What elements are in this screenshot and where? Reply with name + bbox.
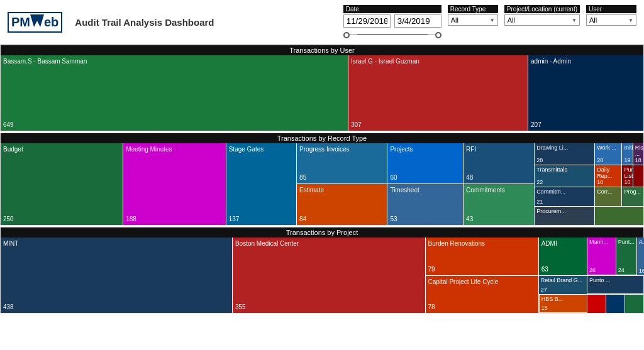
user-label: User	[586, 5, 636, 13]
chevron-down-icon: ▼	[572, 18, 577, 23]
project-capital-label: Capital Project Life Cycle	[428, 278, 536, 285]
project-admi-block[interactable]: ADMI 63	[539, 238, 587, 275]
record-corr-block[interactable]: Corr...	[594, 187, 621, 206]
filters-container: Date Record Type All ▼ Project/Lo	[343, 5, 636, 39]
project-retail-label: Retail Brand G...	[541, 277, 585, 283]
page-title: Audit Trail Analysis Dashboard	[75, 17, 214, 28]
record-corr-label: Corr...	[597, 189, 619, 195]
user-select[interactable]: All ▼	[586, 14, 636, 26]
record-punchlists-label: Punch Lists	[624, 167, 630, 179]
record-timesheet-value: 53	[390, 216, 397, 222]
project-capital-block[interactable]: Capital Project Life Cycle 78	[426, 276, 539, 313]
slider-fill	[357, 34, 428, 35]
project-hbs-block[interactable]: HBS B... 15	[539, 295, 587, 314]
record-transmittals-block[interactable]: Transmittals 22	[535, 165, 594, 187]
project-block-green[interactable]	[625, 295, 643, 313]
transactions-by-record-section: Transactions by Record Type Budget 250 M…	[0, 133, 644, 226]
user-treemap: Bassam.S - Bassam Samman 649 Israel.G - …	[1, 55, 643, 131]
project-punto-label: Punto ...	[589, 277, 641, 283]
project-far-top: Manh... 26 Punt... 24 A... 16	[587, 238, 644, 275]
record-drawing-label: Drawing Li...	[536, 145, 592, 151]
record-meeting-label: Meeting Minutes	[126, 146, 223, 153]
project-mint-block[interactable]: MINT 438	[1, 238, 232, 313]
record-middle-col: Progress Invoices 85 Projects 60 RFI 48 …	[296, 143, 534, 225]
project-label: Project/Location (current)	[504, 5, 580, 13]
logo: PM eb	[8, 12, 62, 33]
project-boston-block[interactable]: Boston Medical Center 355	[232, 238, 425, 313]
project-capital-value: 78	[428, 304, 435, 310]
user-israel-block[interactable]: Israel.G - Israel Guzman 307	[348, 55, 528, 131]
logo-pm: PM	[11, 15, 30, 30]
project-punt-block[interactable]: Punt... 24	[616, 238, 636, 275]
record-initiative-value: 19	[624, 157, 630, 163]
record-dailyrep-value: 10	[597, 179, 619, 185]
record-risk-block[interactable]: Risk ... 18	[633, 143, 643, 165]
project-bot-mid: Retail Brand G... 27 HBS B... 15	[539, 276, 587, 313]
date-end-input[interactable]	[394, 14, 441, 28]
slider-line	[348, 34, 436, 35]
user-bassam-block[interactable]: Bassam.S - Bassam Samman 649	[1, 55, 348, 131]
project-a-block[interactable]: A... 16	[636, 238, 644, 275]
record-dailyrep-block[interactable]: Daily Rep... 10	[594, 165, 621, 187]
project-burden-label: Burden Renovations	[428, 240, 536, 247]
record-punchlists2-block[interactable]	[633, 165, 643, 187]
record-punchlists-value: 10	[624, 179, 630, 185]
date-start-input[interactable]	[343, 14, 391, 28]
record-procur-block[interactable]: Procurem...	[535, 207, 594, 226]
record-work-block[interactable]: Work ... 20	[594, 143, 621, 165]
record-timesheet-label: Timesheet	[390, 187, 460, 194]
record-projects-block[interactable]: Projects 60	[387, 143, 463, 184]
record-rfi-block[interactable]: RFI 48	[463, 143, 534, 184]
slider-handle-left[interactable]	[343, 32, 350, 38]
user-section-header: Transactions by User	[1, 45, 643, 55]
user-bassam-value: 649	[3, 121, 14, 128]
record-type-select[interactable]: All ▼	[448, 14, 498, 26]
record-progress-block[interactable]: Progress Invoices 85	[297, 143, 387, 184]
record-type-value: All	[451, 16, 458, 24]
record-punchlists-block[interactable]: Punch Lists 10	[621, 165, 632, 187]
record-stagegates-block[interactable]: Stage Gates 137	[226, 143, 296, 225]
record-row4: Procurem...	[535, 207, 643, 226]
user-admin-block[interactable]: admin - Admin 207	[528, 55, 643, 131]
project-block-blue[interactable]	[606, 295, 625, 313]
project-burden-block[interactable]: Burden Renovations 79	[426, 238, 539, 275]
project-hbs-value: 15	[541, 305, 585, 311]
date-slider[interactable]	[343, 30, 441, 39]
project-manh-block[interactable]: Manh... 26	[587, 238, 616, 275]
project-filter-group: Project/Location (current) All ▼	[504, 5, 580, 26]
record-initiative-block[interactable]: Initiati... 19	[621, 143, 632, 165]
record-estimate-block[interactable]: Estimate 84	[297, 184, 387, 225]
record-bottom-row: Estimate 84 Timesheet 53 Commitments 43	[297, 184, 534, 225]
user-bassam-label: Bassam.S - Bassam Samman	[3, 58, 345, 65]
record-budget-block[interactable]: Budget 250	[1, 143, 123, 225]
record-transmittals-value: 22	[536, 179, 592, 185]
record-commitments-value: 43	[466, 216, 473, 222]
project-punto-block[interactable]: Punto ...	[587, 276, 643, 294]
project-a-label: A...	[639, 239, 644, 245]
project-select[interactable]: All ▼	[504, 14, 580, 26]
project-manh-label: Manh...	[589, 239, 614, 245]
record-prog-block[interactable]: Prog...	[621, 187, 643, 206]
record-projects-value: 60	[390, 174, 397, 181]
record-commitm-value: 21	[536, 199, 592, 205]
project-block-red[interactable]	[587, 295, 606, 313]
record-rfi-value: 48	[466, 174, 473, 181]
record-row3: Commitm... 21 Corr... Prog...	[535, 187, 643, 207]
slider-handle-right[interactable]	[435, 32, 441, 38]
record-commitm-block[interactable]: Commitm... 21	[535, 187, 594, 206]
user-filter-group: User All ▼	[586, 5, 636, 26]
record-row2: Transmittals 22 Daily Rep... 10 Punch Li…	[535, 165, 643, 187]
record-stagegates-label: Stage Gates	[229, 146, 294, 153]
header: PM eb Audit Trail Analysis Dashboard Dat…	[0, 0, 644, 45]
record-dailyrep-label: Daily Rep...	[597, 167, 619, 179]
project-retail-block[interactable]: Retail Brand G... 27	[539, 276, 587, 295]
record-progress-value: 85	[299, 174, 306, 181]
record-timesheet-block[interactable]: Timesheet 53	[387, 184, 463, 225]
record-meeting-block[interactable]: Meeting Minutes 188	[123, 143, 226, 225]
record-drawing-block[interactable]: Drawing Li... 28	[535, 143, 594, 165]
chevron-down-icon: ▼	[490, 18, 495, 23]
record-estimate-value: 84	[299, 216, 306, 222]
project-far-top-row: Manh... 26 Punt... 24 A... 16	[587, 238, 644, 275]
record-prog2-block[interactable]	[594, 207, 643, 226]
record-commitments-block[interactable]: Commitments 43	[463, 184, 534, 225]
